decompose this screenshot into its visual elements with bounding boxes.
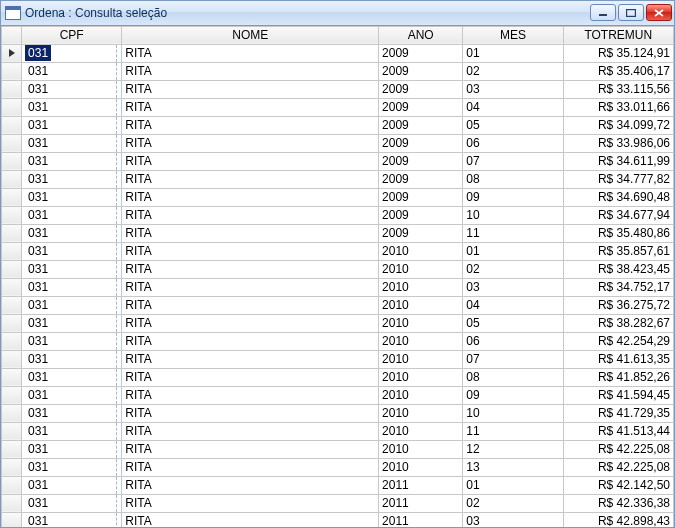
row-selector[interactable]: [2, 368, 22, 386]
table-row[interactable]: 031RITA201002R$ 38.423,45: [2, 260, 674, 278]
cell-ano[interactable]: 2011: [379, 512, 463, 527]
cell-cpf[interactable]: 031: [22, 98, 122, 116]
cell-nome[interactable]: RITA: [122, 476, 379, 494]
row-selector[interactable]: [2, 224, 22, 242]
cell-ano[interactable]: 2010: [379, 332, 463, 350]
cell-ano[interactable]: 2010: [379, 278, 463, 296]
column-header-nome[interactable]: NOME: [122, 26, 379, 44]
cell-nome[interactable]: RITA: [122, 440, 379, 458]
cell-ano[interactable]: 2010: [379, 350, 463, 368]
cell-mes[interactable]: 01: [463, 242, 563, 260]
cell-totremun[interactable]: R$ 34.690,48: [563, 188, 673, 206]
row-selector[interactable]: [2, 494, 22, 512]
cell-mes[interactable]: 11: [463, 422, 563, 440]
cell-mes[interactable]: 06: [463, 134, 563, 152]
table-row[interactable]: 031RITA201011R$ 41.513,44: [2, 422, 674, 440]
cell-ano[interactable]: 2009: [379, 80, 463, 98]
cell-cpf[interactable]: 031: [22, 494, 122, 512]
row-selector[interactable]: [2, 260, 22, 278]
cell-mes[interactable]: 08: [463, 368, 563, 386]
cell-totremun[interactable]: R$ 41.594,45: [563, 386, 673, 404]
cell-nome[interactable]: RITA: [122, 404, 379, 422]
cell-totremun[interactable]: R$ 36.275,72: [563, 296, 673, 314]
cell-ano[interactable]: 2009: [379, 170, 463, 188]
cell-cpf[interactable]: 031: [22, 458, 122, 476]
row-selector[interactable]: [2, 296, 22, 314]
cell-nome[interactable]: RITA: [122, 332, 379, 350]
cell-ano[interactable]: 2010: [379, 422, 463, 440]
cell-totremun[interactable]: R$ 35.124,91: [563, 44, 673, 62]
table-row[interactable]: 031RITA201007R$ 41.613,35: [2, 350, 674, 368]
cell-ano[interactable]: 2010: [379, 242, 463, 260]
cell-totremun[interactable]: R$ 41.729,35: [563, 404, 673, 422]
table-row[interactable]: 031RITA201001R$ 35.857,61: [2, 242, 674, 260]
column-header-mes[interactable]: MES: [463, 26, 563, 44]
cell-nome[interactable]: RITA: [122, 116, 379, 134]
cell-mes[interactable]: 02: [463, 494, 563, 512]
row-selector[interactable]: [2, 386, 22, 404]
table-row[interactable]: 031RITA201013R$ 42.225,08: [2, 458, 674, 476]
cell-nome[interactable]: RITA: [122, 224, 379, 242]
cell-mes[interactable]: 09: [463, 386, 563, 404]
cell-totremun[interactable]: R$ 41.613,35: [563, 350, 673, 368]
cell-totremun[interactable]: R$ 34.752,17: [563, 278, 673, 296]
cell-cpf[interactable]: 031: [22, 62, 122, 80]
table-row[interactable]: 031RITA200907R$ 34.611,99: [2, 152, 674, 170]
cell-nome[interactable]: RITA: [122, 206, 379, 224]
cell-totremun[interactable]: R$ 35.480,86: [563, 224, 673, 242]
cell-totremun[interactable]: R$ 42.898,43: [563, 512, 673, 527]
cell-cpf[interactable]: 031: [22, 80, 122, 98]
row-selector[interactable]: [2, 314, 22, 332]
row-selector[interactable]: [2, 80, 22, 98]
cell-ano[interactable]: 2009: [379, 98, 463, 116]
cell-cpf[interactable]: 031: [22, 170, 122, 188]
cell-nome[interactable]: RITA: [122, 188, 379, 206]
table-row[interactable]: 031RITA200904R$ 33.011,66: [2, 98, 674, 116]
cell-mes[interactable]: 05: [463, 116, 563, 134]
cell-mes[interactable]: 05: [463, 314, 563, 332]
cell-ano[interactable]: 2010: [379, 260, 463, 278]
cell-cpf[interactable]: 031: [22, 422, 122, 440]
cell-mes[interactable]: 07: [463, 152, 563, 170]
table-row[interactable]: 031RITA200902R$ 35.406,17: [2, 62, 674, 80]
cell-mes[interactable]: 08: [463, 170, 563, 188]
cell-totremun[interactable]: R$ 38.423,45: [563, 260, 673, 278]
cell-mes[interactable]: 12: [463, 440, 563, 458]
row-selector[interactable]: [2, 404, 22, 422]
cell-cpf[interactable]: 031: [22, 296, 122, 314]
cell-mes[interactable]: 01: [463, 44, 563, 62]
column-header-totremun[interactable]: TOTREMUN: [563, 26, 673, 44]
cell-cpf[interactable]: 031: [22, 386, 122, 404]
cell-cpf[interactable]: 031: [22, 404, 122, 422]
table-row[interactable]: 031RITA201103R$ 42.898,43: [2, 512, 674, 527]
cell-nome[interactable]: RITA: [122, 44, 379, 62]
cell-totremun[interactable]: R$ 35.857,61: [563, 242, 673, 260]
table-row[interactable]: 031RITA201102R$ 42.336,38: [2, 494, 674, 512]
cell-nome[interactable]: RITA: [122, 62, 379, 80]
table-row[interactable]: 031RITA200901R$ 35.124,91: [2, 44, 674, 62]
cell-mes[interactable]: 04: [463, 296, 563, 314]
cell-nome[interactable]: RITA: [122, 242, 379, 260]
cell-cpf[interactable]: 031: [22, 260, 122, 278]
cell-mes[interactable]: 02: [463, 260, 563, 278]
cell-nome[interactable]: RITA: [122, 260, 379, 278]
cell-totremun[interactable]: R$ 41.852,26: [563, 368, 673, 386]
cell-totremun[interactable]: R$ 33.986,06: [563, 134, 673, 152]
row-selector[interactable]: [2, 350, 22, 368]
cell-ano[interactable]: 2010: [379, 404, 463, 422]
cell-ano[interactable]: 2010: [379, 458, 463, 476]
table-row[interactable]: 031RITA200908R$ 34.777,82: [2, 170, 674, 188]
cell-cpf[interactable]: 031: [22, 134, 122, 152]
cell-nome[interactable]: RITA: [122, 458, 379, 476]
row-selector[interactable]: [2, 332, 22, 350]
table-row[interactable]: 031RITA201012R$ 42.225,08: [2, 440, 674, 458]
row-selector[interactable]: [2, 206, 22, 224]
cell-nome[interactable]: RITA: [122, 512, 379, 527]
row-selector[interactable]: [2, 170, 22, 188]
cell-totremun[interactable]: R$ 38.282,67: [563, 314, 673, 332]
table-row[interactable]: 031RITA201010R$ 41.729,35: [2, 404, 674, 422]
table-row[interactable]: 031RITA201004R$ 36.275,72: [2, 296, 674, 314]
cell-ano[interactable]: 2009: [379, 152, 463, 170]
cell-cpf[interactable]: 031: [22, 116, 122, 134]
row-selector[interactable]: [2, 134, 22, 152]
